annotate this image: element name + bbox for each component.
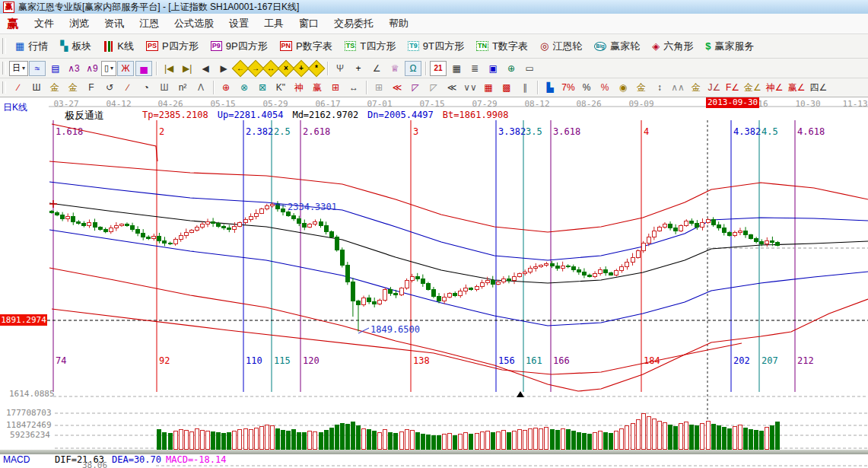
toolbar-9t-square-button[interactable]: T99T四方形 (402, 40, 470, 53)
menu-交易委托[interactable]: 交易委托 (326, 17, 381, 30)
circle-cross-icon[interactable]: ⊕ (218, 80, 234, 95)
draw-pen-icon[interactable]: ∕ (10, 80, 27, 95)
gann-web-icon[interactable]: ⊗ (236, 80, 253, 95)
price-grid-red-2-icon[interactable]: ▩ (498, 80, 515, 95)
pattern-marker-icon[interactable]: Ж (117, 61, 134, 76)
chart-canvas[interactable]: 1.618742922.3821102.51152.61812031383.38… (0, 97, 868, 468)
plain-ruler-icon[interactable]: Ш (156, 80, 173, 95)
info-panel-icon[interactable]: ▤ (47, 61, 64, 76)
jump-last-icon[interactable]: ▶| (179, 61, 196, 76)
menu-窗口[interactable]: 窗口 (291, 17, 326, 30)
menu-资讯[interactable]: 资讯 (97, 17, 132, 30)
toolbar-t-square-button[interactable]: TST四方形 (339, 40, 402, 53)
spiral-tool-icon[interactable]: ↺ (101, 80, 118, 95)
volume-profile-icon[interactable]: ▅ (135, 61, 152, 76)
vertical-pen-icon[interactable]: ↕ (651, 80, 668, 95)
percent-line-icon[interactable]: % (596, 80, 613, 95)
calendar-21-icon[interactable]: 21 (430, 61, 447, 76)
gann-web-grid-icon[interactable]: ⊠ (254, 80, 271, 95)
trend-line-lower (52, 309, 742, 374)
percent-icon[interactable]: % (578, 80, 595, 95)
menu-帮助[interactable]: 帮助 (381, 17, 416, 30)
channel-bt-value: Bt=1861.9908 (443, 110, 509, 120)
toolbar-p-square-button[interactable]: PSP四方形 (140, 40, 205, 53)
n-square-tool-icon[interactable]: n² (174, 80, 191, 95)
time-cycle-circle-icon[interactable]: ◔ (138, 80, 154, 95)
smart-analysis-icon[interactable]: Ω (405, 61, 421, 76)
gold-angle-icon[interactable]: 金∠ (742, 80, 763, 95)
gold-tool-icon[interactable]: 金 (688, 80, 704, 95)
ying-grid-icon[interactable]: 赢 (309, 80, 326, 95)
wave-count-3-icon[interactable]: ∧3 (65, 61, 82, 76)
menu-江恩[interactable]: 江恩 (132, 17, 167, 30)
gold-circle-icon[interactable]: ◉ (615, 80, 631, 95)
shen-grid-icon[interactable]: 神 (291, 80, 307, 95)
angle-tool-icon[interactable]: Λ (192, 80, 209, 95)
span-arrow-icon[interactable]: ↔ (345, 80, 362, 95)
memo-pad-icon[interactable]: ≣ (466, 61, 483, 76)
toolbar-winner-wheel-button[interactable]: Big赢家轮 (588, 40, 646, 53)
menu-bar: 赢 文件浏览资讯江恩公式选股设置工具窗口交易委托帮助 (0, 14, 868, 34)
marker-pen-icon[interactable]: ∕ (119, 80, 136, 95)
network-share-icon[interactable]: ⊕ (503, 61, 520, 76)
p-square-label: P四方形 (162, 40, 199, 53)
ying-angle-icon[interactable]: 赢∠ (787, 80, 807, 95)
hand-drag-icon[interactable]: Ψ (332, 61, 348, 76)
parallel-lines-icon[interactable]: ∥ (517, 80, 533, 95)
menu-工具[interactable]: 工具 (256, 17, 291, 30)
gann-count-label: 138 (413, 355, 430, 366)
toolbar-hexagon-button[interactable]: ◈六角形 (646, 40, 699, 53)
double-top-marker-icon[interactable]: ∧∧ (669, 80, 686, 95)
calculator-icon[interactable]: ▦ (448, 61, 465, 76)
k-quote-icon[interactable]: K" (272, 80, 289, 95)
angle-measure-icon[interactable]: ∠ (368, 61, 385, 76)
shen-angle-icon[interactable]: 神∠ (765, 80, 785, 95)
toolbar-t-number-table-button[interactable]: TNT数字表 (470, 40, 534, 53)
black-rays-icon[interactable]: ≪ (444, 80, 460, 95)
workstation-icon[interactable]: ▭ (521, 61, 538, 76)
toolbar-gann-wheel-button[interactable]: ◎江恩轮 (534, 40, 588, 53)
percent-7-icon[interactable]: 7% (560, 80, 577, 95)
toolbar-p-number-table-button[interactable]: PNP数字表 (274, 40, 339, 53)
menu-文件[interactable]: 文件 (27, 17, 62, 30)
j-angle-icon[interactable]: J∠ (706, 80, 723, 95)
crosshair-icon[interactable]: + (350, 61, 367, 76)
menu-公式选股[interactable]: 公式选股 (167, 17, 221, 30)
macd-dea-value: DEA=30.70 (112, 454, 161, 465)
time-ruler-icon[interactable]: Ш (28, 80, 45, 95)
period-day-selector-icon[interactable]: 日▾ (9, 61, 28, 76)
menu-设置[interactable]: 设置 (221, 17, 256, 30)
date-tick-label: 03-27 (53, 99, 78, 109)
toolbar-winner-service-button[interactable]: $赢家服务 (699, 40, 760, 53)
price-grid-123-icon[interactable]: ⊞ (327, 80, 344, 95)
si-angle-icon[interactable]: 四∠ (808, 80, 828, 95)
toolbar-9p-square-button[interactable]: P99P四方形 (205, 40, 274, 53)
zigzag-overlay-tool-icon[interactable]: ≈ (29, 61, 46, 76)
gann-marker-icon[interactable]: ♕ (386, 61, 403, 76)
wave-count-9-icon[interactable]: ∧9 (84, 61, 100, 76)
toolbar-quotes-button[interactable]: ▦行情 (9, 40, 54, 53)
window-grid-icon[interactable]: ⊞ (370, 80, 387, 95)
jump-first-icon[interactable]: |◀ (161, 61, 177, 76)
fibonacci-ruler-icon[interactable]: F (83, 80, 100, 95)
candle-style-selector-icon[interactable]: ▯▾ (101, 61, 116, 76)
red-rays-icon[interactable]: ≪ (389, 80, 405, 95)
zigzag-marks-icon[interactable]: ∨∨ (462, 80, 479, 95)
volume-scale-2: 118472469 (6, 420, 50, 430)
rays-box-purple-icon[interactable]: ◸ (407, 80, 424, 95)
price-grid-red-icon[interactable]: ▦ (480, 80, 497, 95)
toolbar-kline-button[interactable]: K线 (97, 40, 140, 53)
gold-line-icon[interactable]: 金 (633, 80, 650, 95)
rays-box-gray-icon[interactable]: ◸ (425, 80, 442, 95)
f-angle-icon[interactable]: F∠ (724, 80, 741, 95)
step-forward-icon[interactable]: ▶ (215, 61, 232, 76)
chart-area[interactable]: 1.618742922.3821102.51152.61812031383.38… (0, 97, 868, 468)
gold-ratio-ruler-icon[interactable]: 金 (46, 80, 63, 95)
gold-ratio-ruler-2-icon[interactable]: 金 (65, 80, 81, 95)
toolbar-sectors-button[interactable]: ▚板块 (54, 40, 97, 53)
fit-all-icon[interactable]: * (308, 59, 326, 77)
save-icon[interactable]: ▣ (485, 61, 501, 76)
ratio-bars-icon[interactable]: ▙ (542, 80, 558, 95)
step-back-icon[interactable]: ◀ (197, 61, 214, 76)
menu-浏览[interactable]: 浏览 (62, 17, 97, 30)
